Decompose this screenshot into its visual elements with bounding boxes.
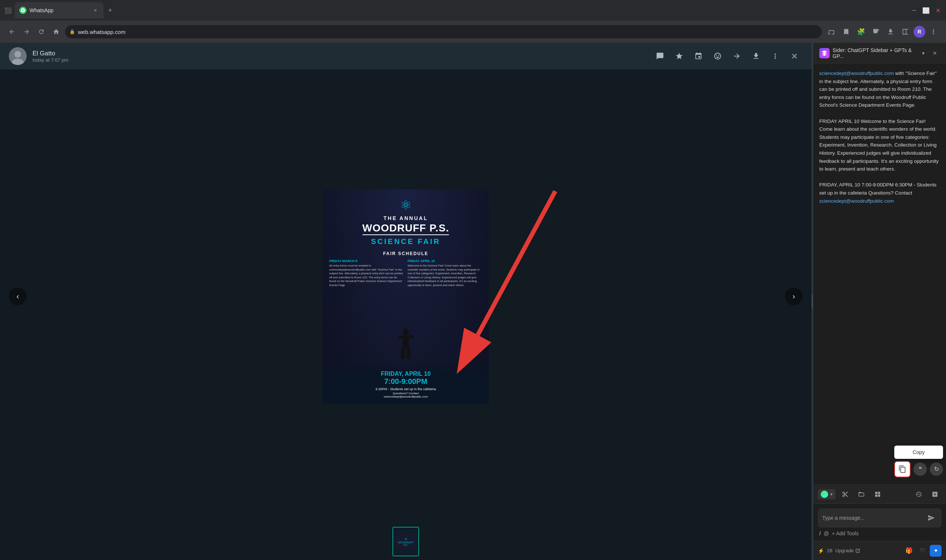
sider-email-link-2[interactable]: sciencedept@woodruffpublic.com [819, 198, 894, 204]
ai-dot [821, 491, 828, 498]
pin-btn[interactable] [690, 48, 707, 64]
reload-btn[interactable] [35, 26, 47, 38]
star-btn[interactable]: ✦ [930, 545, 941, 557]
restore-btn[interactable]: ⬜ [921, 5, 931, 15]
sider-email-link-1[interactable]: sciencedept@woodruffpublic.com [819, 71, 894, 76]
emoji-btn[interactable] [710, 48, 726, 64]
home-btn[interactable] [50, 26, 62, 38]
url-text: web.whatsapp.com [78, 29, 125, 35]
upgrade-count: 28 [827, 548, 832, 553]
sider-close-btn[interactable]: ✕ [930, 48, 940, 58]
main-image: ⚛ THE ANNUAL WOODRUFF P.S. SCIENCE FAIR … [323, 189, 489, 403]
contact-info: El Gatto today at 7:07 pm [9, 47, 646, 65]
contact-details: El Gatto today at 7:07 pm [32, 50, 68, 63]
upgrade-btn[interactable]: Upgrade [835, 548, 860, 553]
back-btn[interactable] [6, 26, 18, 38]
more-btn[interactable] [927, 25, 940, 38]
chat-btn[interactable] [652, 48, 668, 64]
thumbnail-strip: ⚛ WOODRUFF P.S. [0, 523, 812, 560]
svg-rect-7 [401, 348, 404, 359]
copy-icon-btn[interactable] [894, 461, 911, 477]
close-window-btn[interactable]: ✕ [933, 5, 943, 15]
avatar [9, 47, 26, 65]
upgrade-label: Upgrade [835, 548, 853, 553]
poster-subtitle: SCIENCE FAIR [363, 237, 449, 246]
media-viewer-header: El Gatto today at 7:07 pm [0, 43, 812, 69]
send-btn[interactable] [925, 512, 937, 524]
sider-sidebar: Sider: ChatGPT Sidebar + GPTs & GP... ▾ … [813, 43, 946, 560]
gift-btn[interactable]: 🎁 [903, 545, 915, 557]
prev-image-btn[interactable]: ‹ [9, 288, 26, 305]
forward-btn[interactable] [729, 48, 745, 64]
close-media-btn[interactable] [786, 48, 802, 64]
sider-text-2: FRIDAY APRIL 10 Welcome to the Science F… [819, 117, 940, 173]
event-setup: 6:30PM - Students set up in the cafeteri… [323, 387, 489, 391]
thumbnail-preview: ⚛ WOODRUFF P.S. [393, 528, 418, 555]
contact-name: El Gatto [32, 50, 68, 57]
download-btn[interactable] [884, 25, 897, 38]
date1-label: FRIDAY MARCH 8 [329, 259, 404, 263]
thumbnail-item[interactable]: ⚛ WOODRUFF P.S. [392, 527, 419, 556]
message-placeholder[interactable]: Type a message... [822, 515, 925, 521]
header-actions [652, 48, 802, 64]
cast-btn[interactable] [825, 25, 838, 38]
lock-icon: 🔒 [69, 29, 75, 34]
schedule-date2: FRIDAY APRIL 10 Welcome to the Science F… [407, 259, 482, 287]
sider-title: Sider: ChatGPT Sidebar + GPTs & GP... [833, 47, 915, 59]
formula-btn[interactable]: / [819, 531, 821, 536]
nav-bar: 🔒 web.whatsapp.com 🧩 R [0, 21, 946, 43]
sider-text-1: sciencedept@woodruffpublic.com with "Sci… [819, 69, 940, 109]
svg-line-10 [478, 191, 556, 335]
svg-point-1 [14, 51, 21, 58]
extension2-btn[interactable] [869, 25, 883, 38]
folder-btn[interactable] [855, 488, 868, 501]
message-extra-toolbar: / @ + Add Tools [818, 528, 941, 536]
message-input-area: Type a message... / @ + Add Tools [813, 504, 946, 541]
date2-label: FRIDAY APRIL 10 [407, 259, 482, 263]
scissors-btn[interactable] [838, 488, 852, 501]
sider-header-actions: ▾ ✕ [918, 48, 940, 58]
poster-title-main: WOODRUFF P.S. [363, 223, 449, 235]
svg-rect-4 [403, 336, 409, 349]
minimize-btn[interactable]: ─ [909, 5, 920, 15]
star-btn[interactable] [671, 48, 687, 64]
address-bar[interactable]: 🔒 web.whatsapp.com [65, 25, 822, 38]
refresh-btn[interactable]: ↻ [930, 463, 943, 476]
sidebar-ext-btn[interactable] [899, 25, 912, 38]
poster-title-pre: THE ANNUAL [363, 215, 449, 221]
profile-btn[interactable]: R [914, 26, 925, 38]
extension-btn[interactable]: 🧩 [854, 25, 868, 38]
download-media-btn[interactable] [748, 48, 764, 64]
bookmark-btn[interactable] [840, 25, 853, 38]
sider-toolbar: ▾ [813, 485, 946, 504]
svg-point-3 [403, 329, 409, 336]
ai-selector[interactable]: ▾ [818, 489, 835, 500]
active-tab[interactable]: WhatsApp × [15, 2, 103, 18]
new-tab-btn[interactable]: + [105, 5, 115, 15]
whatsapp-viewer: El Gatto today at 7:07 pm [0, 43, 812, 560]
message-input-box: Type a message... [818, 508, 941, 528]
atom-icon: ⚛ [363, 197, 449, 213]
forward-btn[interactable] [21, 26, 32, 38]
tab-title: WhatsApp [29, 8, 89, 13]
more-media-btn[interactable] [767, 48, 783, 64]
sider-dropdown-btn[interactable]: ▾ [918, 48, 928, 58]
sider-text-1-body: with "Science Fair" in the subject line.… [819, 71, 937, 108]
sider-logo [819, 48, 830, 58]
heart-btn[interactable]: ♡ [917, 545, 928, 557]
history-btn[interactable] [912, 488, 925, 501]
date1-text: All entry forms must be emailed to scien… [329, 264, 404, 287]
tab-close-btn[interactable]: × [92, 7, 99, 14]
poster-contact: Questions? Contact [323, 392, 489, 395]
workspace-btn[interactable]: ⬛ [3, 5, 13, 15]
svg-rect-8 [407, 348, 410, 359]
copy-tooltip-container: Copy ❝ ↻ [894, 446, 943, 477]
quote-btn[interactable]: ❝ [914, 463, 927, 476]
at-btn[interactable]: @ [824, 531, 829, 536]
sider-footer: ⚡ 28 Upgrade 🎁 ♡ ✦ [813, 541, 946, 560]
add-note-btn[interactable] [928, 488, 941, 501]
next-image-btn[interactable]: › [785, 288, 802, 305]
add-tools-btn[interactable]: + Add Tools [832, 531, 859, 536]
grid-btn[interactable] [871, 488, 884, 501]
date2-text: Welcome to the Science Fair! Come learn … [407, 264, 482, 287]
